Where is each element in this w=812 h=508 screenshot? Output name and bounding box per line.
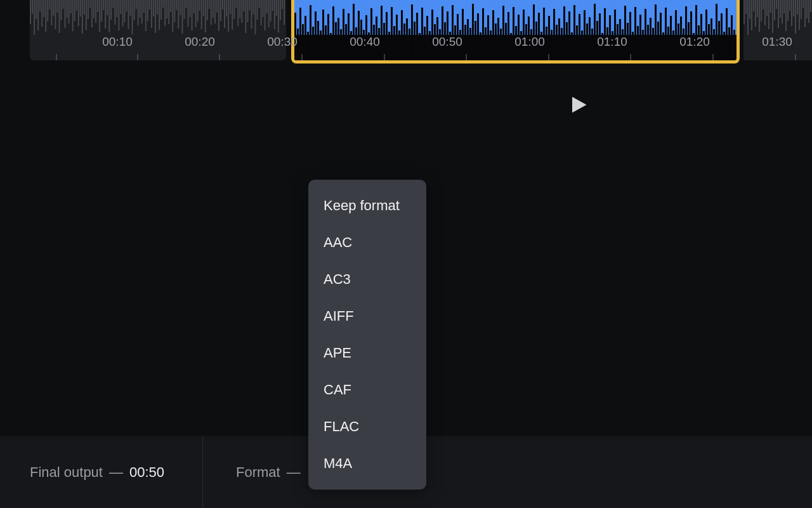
svg-rect-91 bbox=[205, 0, 206, 32]
svg-rect-134 bbox=[294, 13, 296, 60]
svg-rect-25 bbox=[78, 0, 79, 26]
svg-rect-325 bbox=[776, 0, 777, 9]
svg-rect-80 bbox=[183, 0, 185, 19]
svg-rect-218 bbox=[508, 12, 509, 60]
svg-rect-180 bbox=[411, 4, 413, 60]
svg-rect-255 bbox=[601, 33, 603, 60]
svg-rect-76 bbox=[176, 0, 177, 10]
svg-rect-243 bbox=[571, 32, 573, 60]
svg-rect-125 bbox=[270, 0, 272, 22]
svg-rect-58 bbox=[141, 0, 143, 23]
svg-rect-132 bbox=[284, 0, 285, 25]
svg-rect-266 bbox=[629, 12, 631, 60]
svg-rect-229 bbox=[535, 22, 537, 60]
svg-rect-105 bbox=[232, 0, 233, 30]
svg-rect-341 bbox=[806, 0, 808, 18]
svg-rect-135 bbox=[297, 29, 299, 60]
waveform-segment-selected[interactable] bbox=[291, 0, 740, 64]
svg-rect-129 bbox=[278, 0, 279, 32]
svg-rect-198 bbox=[457, 14, 459, 60]
svg-rect-181 bbox=[414, 22, 416, 60]
svg-rect-338 bbox=[801, 0, 802, 19]
svg-rect-188 bbox=[431, 10, 433, 60]
svg-rect-233 bbox=[546, 27, 547, 60]
svg-rect-328 bbox=[782, 0, 783, 23]
svg-rect-33 bbox=[93, 0, 95, 18]
svg-rect-252 bbox=[594, 4, 596, 60]
svg-rect-112 bbox=[245, 0, 246, 33]
svg-rect-116 bbox=[252, 0, 254, 15]
svg-rect-222 bbox=[518, 15, 520, 60]
play-button[interactable] bbox=[569, 94, 588, 116]
svg-rect-47 bbox=[120, 0, 121, 14]
svg-rect-298 bbox=[710, 18, 712, 60]
svg-rect-267 bbox=[632, 32, 634, 60]
svg-rect-130 bbox=[280, 0, 281, 20]
svg-rect-146 bbox=[325, 25, 327, 60]
svg-rect-34 bbox=[95, 0, 96, 23]
final-output-section: Final output — 00:50 bbox=[0, 436, 203, 508]
svg-rect-295 bbox=[703, 31, 705, 60]
svg-rect-327 bbox=[780, 0, 781, 18]
format-option-keep[interactable]: Keep format bbox=[308, 187, 426, 224]
audio-timeline[interactable]: 00:10 00:20 00:30 00:40 00:50 01:00 01:1… bbox=[0, 0, 812, 67]
svg-rect-187 bbox=[429, 31, 431, 60]
svg-rect-37 bbox=[101, 0, 102, 22]
format-option-m4a[interactable]: M4A bbox=[308, 445, 426, 482]
svg-rect-101 bbox=[224, 0, 225, 28]
format-option-aiff[interactable]: AIFF bbox=[308, 298, 426, 335]
svg-rect-245 bbox=[576, 25, 578, 60]
svg-rect-319 bbox=[764, 0, 766, 25]
format-option-aac[interactable]: AAC bbox=[308, 224, 426, 261]
svg-rect-22 bbox=[72, 0, 74, 31]
svg-rect-263 bbox=[622, 29, 624, 60]
format-section[interactable]: Format — bbox=[203, 464, 307, 481]
svg-rect-84 bbox=[192, 0, 193, 30]
svg-rect-343 bbox=[810, 0, 811, 12]
svg-rect-224 bbox=[523, 10, 525, 60]
waveform-segment-right[interactable] bbox=[743, 0, 812, 60]
svg-rect-259 bbox=[612, 31, 613, 60]
svg-rect-20 bbox=[69, 0, 70, 23]
svg-rect-273 bbox=[647, 25, 649, 60]
svg-rect-124 bbox=[268, 0, 270, 27]
svg-rect-68 bbox=[160, 0, 162, 20]
svg-rect-318 bbox=[763, 0, 764, 10]
svg-rect-308 bbox=[743, 0, 745, 24]
svg-rect-10 bbox=[49, 0, 50, 10]
svg-rect-150 bbox=[335, 22, 337, 60]
svg-rect-98 bbox=[218, 0, 219, 31]
svg-rect-137 bbox=[302, 24, 304, 60]
svg-rect-286 bbox=[680, 17, 682, 60]
format-option-ac3[interactable]: AC3 bbox=[308, 261, 426, 298]
format-option-caf[interactable]: CAF bbox=[308, 371, 426, 408]
svg-rect-223 bbox=[520, 31, 522, 60]
svg-rect-145 bbox=[322, 10, 324, 60]
svg-rect-90 bbox=[203, 0, 204, 16]
svg-rect-8 bbox=[45, 0, 46, 32]
separator: — bbox=[287, 464, 301, 481]
svg-rect-276 bbox=[655, 4, 657, 60]
svg-rect-140 bbox=[310, 5, 311, 60]
svg-rect-249 bbox=[586, 23, 588, 60]
svg-rect-144 bbox=[320, 30, 322, 60]
svg-rect-35 bbox=[97, 0, 98, 12]
waveform-segment-left[interactable] bbox=[30, 0, 286, 60]
svg-rect-194 bbox=[447, 11, 449, 60]
format-option-ape[interactable]: APE bbox=[308, 335, 426, 371]
svg-rect-177 bbox=[403, 23, 405, 60]
svg-rect-169 bbox=[383, 23, 385, 60]
svg-rect-248 bbox=[584, 10, 586, 60]
svg-rect-52 bbox=[130, 0, 131, 16]
svg-rect-70 bbox=[164, 0, 166, 26]
svg-rect-162 bbox=[365, 15, 367, 60]
svg-rect-49 bbox=[124, 0, 125, 22]
svg-rect-148 bbox=[330, 33, 332, 60]
format-dropdown[interactable]: Keep format AAC AC3 AIFF APE CAF FLAC M4… bbox=[308, 180, 426, 490]
svg-rect-214 bbox=[497, 18, 499, 60]
svg-rect-184 bbox=[421, 8, 423, 60]
svg-rect-231 bbox=[540, 32, 542, 60]
svg-rect-302 bbox=[721, 13, 723, 60]
format-option-flac[interactable]: FLAC bbox=[308, 408, 426, 445]
svg-rect-199 bbox=[459, 30, 461, 60]
